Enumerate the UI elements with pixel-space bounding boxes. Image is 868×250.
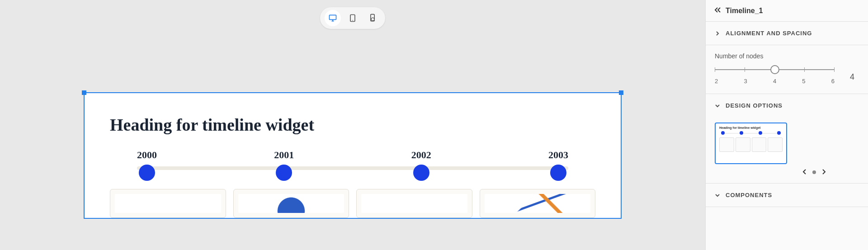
design-pager — [715, 169, 859, 176]
timeline-node[interactable]: 2001 — [274, 149, 294, 181]
section-header-alignment[interactable]: ALIGNMENT AND SPACING — [706, 22, 868, 45]
pager-prev-icon[interactable] — [802, 169, 807, 176]
section-components: COMPONENTS — [706, 184, 868, 207]
section-nodes: Number of nodes 2 3 4 5 6 4 — [706, 45, 868, 94]
slider-track[interactable] — [715, 64, 835, 75]
timeline-card[interactable] — [356, 189, 472, 218]
nodes-label: Number of nodes — [715, 52, 835, 60]
panel-header: Timeline_1 — [706, 0, 868, 22]
mobile-refresh-icon — [368, 14, 377, 23]
device-switcher — [320, 7, 385, 29]
chevron-right-icon — [715, 31, 720, 36]
node-dot — [139, 165, 155, 181]
tick-label: 6 — [831, 78, 835, 85]
section-header-design[interactable]: DESIGN OPTIONS — [706, 94, 868, 117]
pager-dot-active[interactable] — [812, 170, 816, 174]
tablet-icon — [348, 14, 357, 23]
svg-rect-0 — [330, 15, 336, 19]
slider-thumb[interactable] — [770, 65, 779, 74]
chevron-down-icon — [715, 193, 720, 198]
resize-handle-top-left[interactable] — [82, 90, 86, 95]
desktop-icon — [328, 14, 337, 23]
tick-label: 5 — [802, 78, 805, 85]
device-mobile-button[interactable] — [364, 10, 381, 26]
node-dot — [413, 165, 429, 181]
timeline-heading[interactable]: Heading for timeline widget — [110, 115, 595, 135]
timeline-node[interactable]: 2000 — [137, 149, 157, 181]
section-alignment: ALIGNMENT AND SPACING — [706, 22, 868, 45]
timeline-track: 2000 2001 2002 2003 — [137, 149, 568, 176]
panel-title: Timeline_1 — [726, 7, 763, 15]
pager-next-icon[interactable] — [821, 169, 826, 176]
tick-label: 4 — [773, 78, 776, 85]
timeline-card[interactable] — [233, 189, 349, 218]
card-illustration — [115, 194, 221, 213]
preview-heading: Heading for timeline widget — [719, 126, 783, 129]
tick-label: 2 — [715, 78, 718, 85]
section-header-components[interactable]: COMPONENTS — [706, 184, 868, 207]
tick-label: 3 — [744, 78, 747, 85]
card-illustration — [238, 194, 344, 213]
card-illustration — [361, 194, 467, 213]
node-year: 2000 — [137, 149, 157, 161]
card-illustration — [485, 194, 591, 213]
timeline-card[interactable] — [480, 189, 596, 218]
node-year: 2001 — [274, 149, 294, 161]
section-label: DESIGN OPTIONS — [726, 102, 783, 109]
svg-point-2 — [352, 20, 353, 21]
slider-tick-labels: 2 3 4 5 6 — [715, 78, 835, 85]
node-count-value: 4 — [845, 72, 859, 85]
timeline-nodes: 2000 2001 2002 2003 — [137, 149, 568, 181]
node-year: 2003 — [548, 149, 568, 161]
timeline-node[interactable]: 2003 — [548, 149, 568, 181]
timeline-card[interactable] — [110, 189, 226, 218]
design-option-thumbnail[interactable]: Heading for timeline widget — [715, 123, 787, 164]
nodes-slider: Number of nodes 2 3 4 5 6 — [715, 52, 835, 85]
node-dot — [550, 165, 566, 181]
node-year: 2002 — [411, 149, 431, 161]
selected-widget-canvas[interactable]: Heading for timeline widget 2000 2001 20… — [84, 92, 622, 219]
timeline-cards — [110, 189, 595, 218]
chevron-down-icon — [715, 103, 720, 108]
collapse-panel-icon[interactable] — [714, 6, 721, 15]
device-desktop-button[interactable] — [325, 10, 341, 26]
resize-handle-top-right[interactable] — [619, 90, 623, 95]
section-design: DESIGN OPTIONS Heading for timeline widg… — [706, 94, 868, 184]
node-dot — [276, 165, 292, 181]
device-tablet-button[interactable] — [344, 10, 361, 26]
section-label: COMPONENTS — [726, 192, 772, 198]
timeline-node[interactable]: 2002 — [411, 149, 431, 181]
properties-panel: Timeline_1 ALIGNMENT AND SPACING Number … — [705, 0, 868, 250]
section-label: ALIGNMENT AND SPACING — [726, 30, 812, 37]
canvas-area: Heading for timeline widget 2000 2001 20… — [0, 0, 705, 250]
